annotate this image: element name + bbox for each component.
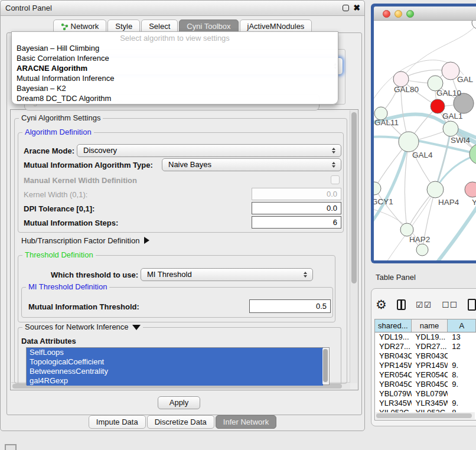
table-cell: YBR045C (412, 380, 448, 389)
network-edge (435, 129, 451, 190)
table-row[interactable]: YER054CYER054C8. (375, 370, 476, 380)
float-panel-icon[interactable] (343, 5, 349, 11)
select-all-checkboxes-icon[interactable]: ☑☑ (416, 300, 432, 309)
zoom-traffic-light-icon[interactable] (406, 10, 414, 18)
column-header-shared-[interactable]: shared... (375, 319, 412, 332)
table-horizontal-scrollbar-thumb[interactable] (376, 413, 472, 418)
table-panel-toolbar: ⚙ ☑☑ ☐☐ (376, 294, 476, 315)
kernel-width-input[interactable] (252, 188, 341, 200)
aracne-mode-combo[interactable]: Discovery (77, 144, 341, 157)
dpi-tolerance-label: DPI Tolerance [0,1]: (24, 204, 94, 213)
table-cell: YER054C (375, 370, 412, 380)
minimize-traffic-light-icon[interactable] (395, 10, 402, 18)
network-canvas[interactable]: GALGAL80GAL10GAL1GAL11SWI4GAL4GCY1HAP4YH… (374, 21, 476, 260)
attribute-item-topologicalcoefficient[interactable]: TopologicalCoefficient (27, 357, 323, 367)
table-row[interactable]: YPR145WYPR145W9. (375, 361, 476, 370)
attribute-items: SelfLoopsTopologicalCoefficientBetweenne… (27, 348, 329, 386)
network-node-pink-right[interactable] (465, 182, 476, 197)
kernel-width-label: Kernel Width (0,1): (24, 190, 87, 199)
table-cell: YBL079W (412, 389, 448, 399)
settings-gear-icon[interactable]: ⚙ (376, 294, 387, 315)
close-traffic-light-icon[interactable] (383, 10, 390, 18)
which-threshold-label: Which threshold to use: (51, 270, 138, 279)
bottom-tab-infer-network[interactable]: Infer Network (216, 415, 276, 429)
hub-section-toggle[interactable]: Hub/Transcription Factor Definition (21, 236, 149, 245)
network-node-swi4[interactable] (443, 121, 458, 136)
table-cell: YPR145W (412, 361, 448, 370)
algorithm-option-bayesian-hill-climbing[interactable]: Bayesian – Hill Climbing (12, 43, 338, 53)
attribute-item-selfloops[interactable]: SelfLoops (27, 348, 323, 357)
table-cell: YDR27... (412, 342, 448, 351)
cyni-bottom-tabs: Impute DataDiscretize DataInfer Network (1, 415, 364, 429)
vertical-scrollbar[interactable] (350, 110, 357, 383)
table-cell: YDL19... (375, 332, 412, 342)
table-cell: YER054C (412, 370, 448, 380)
mi-threshold-input[interactable] (249, 299, 331, 313)
table-row[interactable]: YBR043CYBR043C (375, 351, 476, 361)
algorithm-option-aracne-algorithm[interactable]: ARACNE Algorithm (12, 63, 338, 73)
data-attributes-list[interactable]: SelfLoopsTopologicalCoefficientBetweenne… (26, 347, 330, 385)
node-attribute-table[interactable]: shared...nameA YDL19...YDL19...13YDR27..… (374, 319, 476, 420)
table-row[interactable]: YDR27...YDR27...12 (375, 342, 476, 351)
close-panel-icon[interactable]: ✖ (353, 3, 360, 12)
table-row[interactable]: YLR345WYLR345W9. (375, 399, 476, 408)
table-cell: YBR043C (375, 351, 412, 361)
network-edge (401, 22, 476, 79)
column-header-a[interactable]: A (448, 319, 476, 332)
bottom-tab-impute-data[interactable]: Impute Data (89, 415, 146, 429)
algorithm-option-bayesian-k2[interactable]: Bayesian – K2 (12, 83, 338, 93)
manual-kernel-checkbox[interactable] (331, 175, 340, 184)
mi-threshold-group-title: MI Threshold Definition (26, 283, 109, 291)
network-node-bottom-partial[interactable] (416, 244, 428, 256)
algorithm-definition-title: Algorithm Definition (22, 128, 94, 136)
combo-spinner-icon (332, 162, 336, 168)
which-threshold-combo[interactable]: MI Threshold (141, 268, 313, 281)
partial-corner-icon (5, 444, 17, 450)
table-cell: 9. (448, 399, 476, 408)
algorithm-option-dream8-dc-tdc-algorithm[interactable]: Dream8 DC_TDC Algorithm (12, 93, 338, 103)
mi-type-combo[interactable]: Naive Bayes (162, 158, 341, 171)
network-node-gcy1[interactable] (374, 182, 381, 195)
algorithm-dropdown-popup: Select algorithm to view settings Bayesi… (11, 31, 338, 105)
attribute-item-betweennesscentrality[interactable]: BetweennessCentrality (27, 367, 323, 376)
node-label-gal1: GAL1 (442, 112, 463, 120)
vertical-scrollbar-thumb[interactable] (351, 112, 357, 283)
attribute-item-gal4rgexp[interactable]: gal4RGexp (27, 376, 323, 386)
apply-button[interactable]: Apply (158, 396, 200, 409)
mi-steps-label: Mutual Information Steps: (24, 219, 118, 227)
table-horizontal-scrollbar[interactable] (376, 412, 475, 419)
sources-title: Sources for Network Inference (25, 322, 129, 331)
node-label-swi4: SWI4 (451, 136, 470, 145)
algorithm-option-mutual-information-inference[interactable]: Mutual Information Inference (12, 73, 338, 83)
document-icon[interactable] (468, 299, 476, 311)
table-row[interactable]: YBR045CYBR045C9. (375, 380, 476, 389)
algorithm-option-basic-correlation-inference[interactable]: Basic Correlation Inference (12, 53, 338, 63)
dpi-tolerance-input[interactable] (252, 202, 341, 214)
network-node-hap2[interactable] (400, 223, 413, 236)
node-label-hap4: HAP4 (438, 198, 459, 207)
sources-title-toggle[interactable]: Sources for Network Inference (22, 323, 143, 331)
mi-steps-input[interactable] (252, 216, 341, 229)
table-row[interactable]: YBL079WYBL079W (375, 389, 476, 399)
table-cell: YDR27... (375, 342, 412, 351)
attribute-list-scrollbar[interactable] (322, 348, 328, 384)
table-cell (448, 389, 476, 399)
table-cell: YDL19... (412, 332, 448, 342)
node-label-pink-right: Y (472, 198, 476, 207)
attribute-list-scrollbar-thumb[interactable] (323, 349, 328, 382)
column-header-name[interactable]: name (412, 319, 448, 332)
node-label-gal80: GAL80 (394, 85, 419, 94)
columns-icon[interactable] (397, 299, 406, 310)
bottom-tab-discretize-data[interactable]: Discretize Data (147, 415, 214, 429)
network-graph: GALGAL80GAL10GAL1GAL11SWI4GAL4GCY1HAP4YH… (374, 21, 476, 260)
manual-kernel-label: Manual Kernel Width Definition (24, 176, 137, 185)
table-row[interactable]: YDL19...YDL19...13 (375, 332, 476, 342)
which-threshold-value: MI Threshold (147, 270, 192, 279)
table-cell: 8. (448, 370, 476, 380)
deselect-all-checkboxes-icon[interactable]: ☐☐ (442, 300, 458, 309)
mi-threshold-label: Mutual Information Threshold: (28, 302, 139, 311)
settings-scroll-pane: Cyni Algorithm Settings Algorithm Defini… (10, 109, 358, 390)
network-window-titlebar (374, 6, 476, 21)
network-node-gal4[interactable] (399, 132, 419, 152)
network-node-hap4[interactable] (427, 181, 444, 198)
